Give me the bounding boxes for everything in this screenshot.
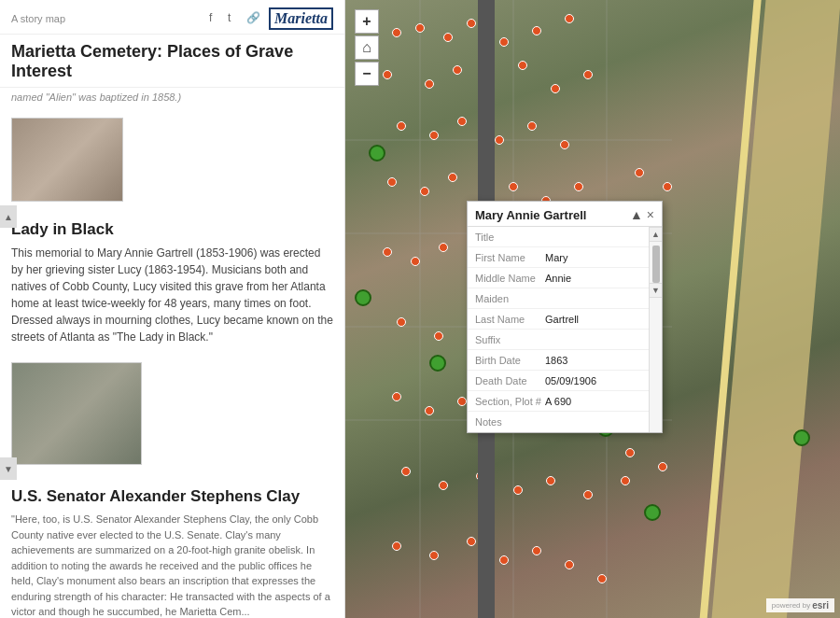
map-marker[interactable] [453, 65, 462, 75]
story-header: A story map f t 🔗 Marietta [0, 0, 344, 35]
marietta-logo: Marietta [269, 7, 333, 30]
popup-field-value: 05/09/1906 [545, 375, 596, 386]
popup-row: Section, Plot #A 690 [468, 391, 649, 412]
popup-row: Title [468, 227, 649, 247]
section-body-lady: This memorial to Mary Annie Gartrell (18… [0, 245, 344, 355]
map-marker[interactable] [467, 19, 476, 28]
map-marker[interactable] [392, 541, 401, 551]
zoom-out-button[interactable]: − [355, 62, 379, 86]
map-marker[interactable] [583, 70, 593, 79]
map-marker[interactable] [597, 574, 607, 583]
map-marker[interactable] [546, 476, 555, 485]
map-marker[interactable] [565, 560, 574, 569]
section-title-lady: Lady in Black [0, 209, 344, 245]
popup-content: TitleFirst NameMaryMiddle NameAnnieMaide… [468, 227, 649, 432]
popup-collapse-btn[interactable]: ▲ [630, 207, 643, 222]
popup-field-label: Maiden [475, 293, 545, 304]
popup-scroll-up[interactable]: ▲ [649, 227, 663, 242]
map-marker[interactable] [658, 462, 667, 471]
map-marker[interactable] [429, 551, 439, 560]
map-marker[interactable] [551, 84, 560, 93]
map-marker[interactable] [383, 70, 392, 79]
map-marker[interactable] [621, 476, 630, 485]
header-right: f t 🔗 Marietta [209, 7, 333, 30]
popup-field-value: Mary [545, 252, 567, 263]
map-marker[interactable] [509, 182, 518, 191]
map-marker[interactable] [411, 257, 420, 266]
map-marker[interactable] [518, 61, 527, 70]
map-marker[interactable] [574, 182, 583, 191]
popup-scrollbar[interactable]: ▲ ▼ [649, 227, 662, 432]
story-intro: named "Alien" was baptized in 1858.) [0, 88, 344, 110]
map-marker[interactable] [443, 33, 453, 42]
facebook-icon[interactable]: f [209, 11, 224, 26]
map-marker[interactable] [429, 131, 439, 140]
popup-scrollbar-thumb[interactable] [652, 246, 660, 283]
map-marker[interactable] [499, 555, 509, 565]
home-button[interactable]: ⌂ [355, 35, 379, 60]
esri-logo: powered by esri [766, 598, 834, 612]
map-marker[interactable] [387, 177, 397, 187]
map-marker[interactable] [527, 121, 537, 131]
popup-row: Birth Date1863 [468, 350, 649, 371]
map-marker[interactable] [439, 243, 448, 252]
esri-name: esri [812, 600, 829, 611]
map-marker[interactable] [415, 23, 425, 33]
map-marker[interactable] [397, 317, 406, 327]
intro-image-placeholder [12, 119, 122, 201]
map-marker[interactable] [425, 406, 434, 415]
map-area[interactable]: + ⌂ − Mary Annie Gartrell ▲ × TitleFirst… [345, 0, 840, 618]
map-marker[interactable] [663, 182, 672, 191]
social-icons: f t 🔗 [209, 11, 261, 26]
popup-field-value: Annie [545, 273, 571, 284]
map-marker[interactable] [467, 537, 476, 546]
map-marker[interactable] [583, 490, 593, 499]
nav-arrow-down[interactable]: ▼ [0, 457, 17, 480]
map-marker[interactable] [560, 140, 569, 149]
popup-field-label: Notes [475, 416, 545, 428]
map-marker[interactable] [495, 135, 504, 145]
map-marker[interactable] [457, 117, 467, 126]
esri-powered-label: powered by [772, 601, 810, 610]
map-marker[interactable] [565, 14, 574, 23]
tree-marker [355, 289, 371, 306]
popup-row: First NameMary [468, 247, 649, 268]
popup-field-label: Birth Date [475, 355, 545, 366]
map-marker[interactable] [392, 392, 401, 401]
map-marker[interactable] [635, 168, 644, 177]
map-marker[interactable] [401, 467, 411, 476]
map-marker[interactable] [397, 121, 406, 131]
map-marker[interactable] [499, 37, 509, 47]
map-marker[interactable] [457, 397, 467, 406]
popup-row: Maiden [468, 288, 649, 309]
popup-field-label: Death Date [475, 375, 545, 386]
map-marker[interactable] [625, 448, 635, 457]
link-icon[interactable]: 🔗 [246, 11, 261, 26]
tree-marker [644, 504, 661, 521]
tree-marker [429, 355, 446, 372]
map-marker[interactable] [532, 546, 541, 555]
section-body-senator: "Here, too, is U.S. Senator Alexander St… [0, 512, 344, 618]
zoom-in-button[interactable]: + [355, 9, 379, 34]
popup-field-label: Middle Name [475, 273, 545, 284]
map-marker[interactable] [532, 26, 541, 35]
popup-row: Death Date05/09/1906 [468, 371, 649, 391]
popup-field-label: Section, Plot # [475, 396, 545, 407]
tree-marker [793, 429, 810, 446]
map-marker[interactable] [383, 247, 392, 257]
map-marker[interactable] [434, 331, 443, 341]
map-marker[interactable] [448, 173, 457, 182]
map-marker[interactable] [420, 187, 429, 196]
popup-field-value: Gartrell [545, 314, 579, 325]
section-title-senator: U.S. Senator Alexander Stephens Clay [0, 472, 344, 512]
popup-scroll-down[interactable]: ▼ [649, 283, 663, 298]
twitter-icon[interactable]: t [228, 11, 243, 26]
map-marker[interactable] [425, 79, 434, 89]
map-marker[interactable] [513, 485, 523, 495]
popup-title: Mary Annie Gartrell [475, 208, 586, 222]
popup-body: TitleFirst NameMaryMiddle NameAnnieMaide… [468, 227, 662, 432]
nav-arrow-up[interactable]: ▲ [0, 205, 17, 228]
popup-close-button[interactable]: × [647, 208, 654, 221]
map-marker[interactable] [392, 28, 401, 37]
map-marker[interactable] [439, 481, 448, 490]
